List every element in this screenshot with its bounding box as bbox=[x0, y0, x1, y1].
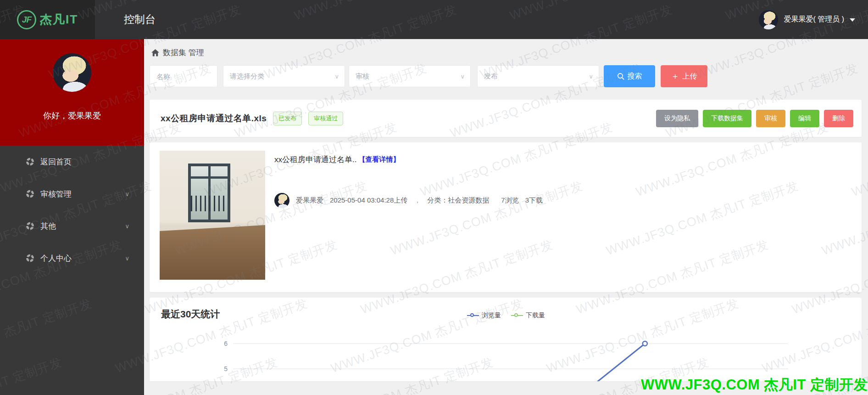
action-button-4[interactable]: 删除 bbox=[824, 110, 853, 127]
chevron-down-icon: ∨ bbox=[589, 73, 593, 80]
home-icon bbox=[151, 49, 159, 56]
search-icon bbox=[617, 73, 624, 80]
dashboard-icon bbox=[26, 254, 34, 263]
views-count: 7浏览 bbox=[501, 196, 518, 205]
publish-select-placeholder: 发布 bbox=[484, 72, 498, 81]
dashboard-icon bbox=[26, 158, 34, 166]
breadcrumb: 数据集 管理 bbox=[151, 47, 204, 58]
action-button-3[interactable]: 编辑 bbox=[790, 110, 819, 127]
upload-button[interactable]: ＋ 上传 bbox=[661, 65, 707, 87]
status-badge-audited: 审核通过 bbox=[308, 112, 343, 125]
name-search-input[interactable] bbox=[150, 65, 217, 87]
app-logo: JF 杰凡IT bbox=[0, 0, 95, 39]
sidebar-item-3[interactable]: 个人中心∨ bbox=[0, 242, 144, 274]
action-button-2[interactable]: 审核 bbox=[756, 110, 785, 127]
sidebar-item-label: 返回首页 bbox=[40, 157, 72, 167]
filter-bar: 请选择分类 ∨ 审核 ∨ 发布 ∨ 搜索 ＋ 上传 bbox=[144, 65, 868, 87]
sidebar-item-label: 其他 bbox=[40, 221, 56, 231]
user-avatar bbox=[759, 10, 778, 29]
status-badge-published: 已发布 bbox=[273, 112, 302, 125]
dataset-detail-card: xx公租房申请通过名单.. 【查看详情】 爱果果爱 2025-05-04 03:… bbox=[150, 142, 862, 292]
chevron-down-icon: ∨ bbox=[125, 255, 129, 262]
thumb-balcony-railing bbox=[191, 196, 228, 211]
chevron-down-icon: ∨ bbox=[125, 223, 129, 230]
profile-avatar bbox=[53, 53, 91, 92]
action-button-1[interactable]: 下载数据集 bbox=[703, 110, 751, 127]
sidebar-profile-panel: 你好，爱果果爱 bbox=[0, 39, 144, 146]
chevron-down-icon: ∨ bbox=[334, 73, 339, 80]
audit-select[interactable]: 审核 ∨ bbox=[349, 65, 471, 87]
page-title: 控制台 bbox=[124, 0, 156, 39]
action-button-0[interactable]: 设为隐私 bbox=[656, 110, 698, 127]
sidebar-item-label: 审核管理 bbox=[40, 189, 72, 199]
sidebar-menu: 返回首页审核管理∨其他∨个人中心∨ bbox=[0, 146, 144, 274]
dataset-thumbnail-image[interactable] bbox=[160, 151, 265, 280]
sidebar-item-label: 个人中心 bbox=[40, 253, 72, 264]
uploader-avatar bbox=[274, 193, 289, 208]
dashboard-icon bbox=[26, 190, 34, 198]
sidebar-item-0[interactable]: 返回首页 bbox=[0, 146, 144, 178]
view-details-link[interactable]: 【查看详情】 bbox=[358, 155, 400, 164]
uploader-name: 爱果果爱 bbox=[296, 196, 323, 205]
chevron-down-icon bbox=[850, 18, 855, 22]
search-button-label: 搜索 bbox=[628, 72, 642, 81]
app-header: JF 杰凡IT 控制台 爱果果爱( 管理员 ) bbox=[0, 0, 868, 39]
dataset-title-card: xx公租房申请通过名单.xls 已发布 审核通过 设为隐私下载数据集审核编辑删除 bbox=[150, 100, 862, 137]
breadcrumb-label: 数据集 管理 bbox=[163, 47, 204, 58]
svg-text:5: 5 bbox=[224, 365, 228, 372]
dashboard-icon bbox=[26, 222, 34, 231]
upload-button-label: 上传 bbox=[683, 72, 697, 81]
plus-icon: ＋ bbox=[671, 72, 679, 80]
category-select[interactable]: 请选择分类 ∨ bbox=[223, 65, 345, 87]
sidebar-item-2[interactable]: 其他∨ bbox=[0, 210, 144, 242]
meta-separator: ， bbox=[414, 196, 421, 205]
thumb-balcony-door bbox=[188, 164, 230, 222]
category-select-placeholder: 请选择分类 bbox=[230, 72, 264, 81]
publish-select[interactable]: 发布 ∨ bbox=[477, 65, 599, 87]
line-chart: 65 bbox=[150, 298, 862, 381]
downloads-count: 3下载 bbox=[525, 196, 543, 205]
svg-text:6: 6 bbox=[224, 340, 228, 347]
sidebar: 你好，爱果果爱 返回首页审核管理∨其他∨个人中心∨ bbox=[0, 39, 144, 395]
upload-time: 2025-05-04 03:04:28上传 bbox=[330, 196, 407, 205]
user-menu[interactable]: 爱果果爱( 管理员 ) bbox=[759, 0, 855, 39]
dataset-meta-row: 爱果果爱 2025-05-04 03:04:28上传 ， 分类：社会资源数据 7… bbox=[274, 193, 543, 208]
dataset-item-title: xx公租房申请通过名单.. bbox=[274, 154, 356, 165]
greeting-text: 你好，爱果果爱 bbox=[0, 110, 144, 121]
dataset-category: 分类：社会资源数据 bbox=[427, 196, 489, 205]
stats-chart-card: 最近30天统计 浏览量 下载量 65 bbox=[150, 298, 862, 381]
main-content: 数据集 管理 请选择分类 ∨ 审核 ∨ 发布 ∨ 搜索 ＋ 上传 xx公租房 bbox=[144, 39, 868, 395]
chevron-down-icon: ∨ bbox=[460, 73, 465, 80]
user-name-label: 爱果果爱( 管理员 ) bbox=[784, 15, 844, 24]
logo-jf-icon: JF bbox=[17, 10, 36, 29]
sidebar-item-1[interactable]: 审核管理∨ bbox=[0, 178, 144, 210]
logo-brand-text: 杰凡IT bbox=[40, 11, 78, 28]
audit-select-placeholder: 审核 bbox=[356, 72, 369, 81]
search-button[interactable]: 搜索 bbox=[604, 65, 655, 87]
dataset-title: xx公租房申请通过名单.xls bbox=[161, 113, 267, 124]
dataset-actions: 设为隐私下载数据集审核编辑删除 bbox=[656, 110, 853, 127]
chevron-down-icon: ∨ bbox=[125, 191, 129, 198]
